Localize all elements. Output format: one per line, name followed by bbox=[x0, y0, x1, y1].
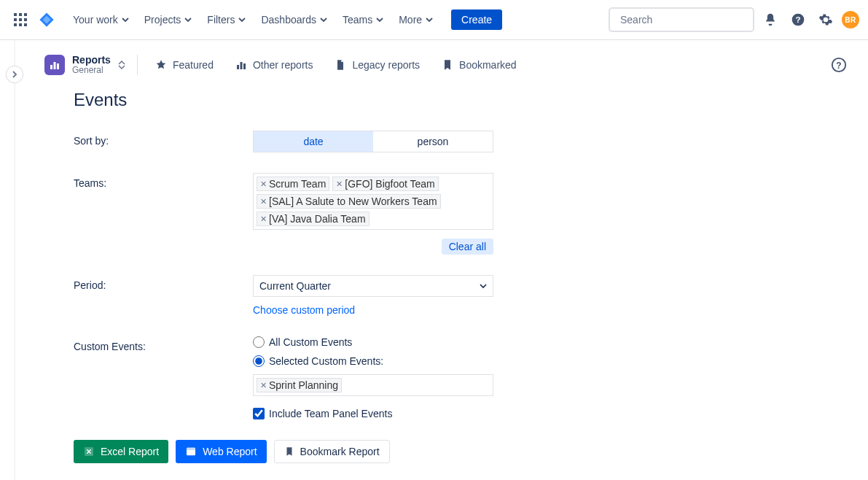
excel-report-button[interactable]: Excel Report bbox=[74, 440, 168, 463]
tag-remove-icon[interactable]: ✕ bbox=[260, 180, 267, 188]
sort-option-date[interactable]: date bbox=[254, 131, 373, 152]
svg-rect-2 bbox=[24, 13, 27, 16]
nav-filters[interactable]: Filters bbox=[201, 9, 252, 30]
label-sort-by: Sort by: bbox=[74, 131, 253, 147]
nav-projects-label: Projects bbox=[144, 14, 181, 26]
chevron-down-icon bbox=[375, 15, 384, 24]
radio-selected-custom-events-input[interactable] bbox=[253, 355, 265, 367]
bookmark-report-button[interactable]: Bookmark Report bbox=[274, 440, 390, 463]
reports-title: Reports bbox=[72, 55, 111, 66]
svg-rect-8 bbox=[24, 23, 27, 26]
tag-remove-icon[interactable]: ✕ bbox=[260, 215, 267, 223]
label-custom-events: Custom Events: bbox=[74, 336, 253, 352]
search-input[interactable] bbox=[620, 14, 748, 26]
nav-dashboards-label: Dashboards bbox=[261, 14, 316, 26]
include-team-panel-label: Include Team Panel Events bbox=[269, 408, 392, 419]
svg-rect-18 bbox=[243, 63, 246, 69]
svg-rect-17 bbox=[240, 62, 242, 69]
avatar[interactable]: BR bbox=[842, 11, 859, 28]
tab-featured[interactable]: Featured bbox=[152, 56, 216, 74]
team-tag-label: Scrum Team bbox=[269, 178, 326, 190]
tab-bookmarked-label: Bookmarked bbox=[459, 59, 517, 71]
page-title: Events bbox=[74, 90, 839, 110]
teams-tag-input[interactable]: ✕Scrum Team ✕[GFO] Bigfoot Team ✕[SAL] A… bbox=[253, 173, 493, 230]
nav-projects[interactable]: Projects bbox=[138, 9, 199, 30]
svg-rect-16 bbox=[237, 65, 239, 69]
nav-dashboards[interactable]: Dashboards bbox=[255, 9, 334, 30]
bar-chart-icon bbox=[235, 59, 247, 71]
nav-your-work[interactable]: Your work bbox=[67, 9, 136, 30]
nav-teams-label: Teams bbox=[343, 14, 372, 26]
nav-more[interactable]: More bbox=[393, 9, 439, 30]
svg-text:?: ? bbox=[795, 15, 800, 24]
page-help-icon[interactable]: ? bbox=[827, 53, 851, 77]
chevron-down-icon bbox=[121, 15, 130, 24]
app-switcher-icon[interactable] bbox=[9, 8, 32, 31]
tab-legacy-reports[interactable]: Legacy reports bbox=[332, 56, 423, 74]
team-tag-label: [SAL] A Salute to New Workers Team bbox=[269, 196, 437, 207]
svg-rect-0 bbox=[14, 13, 17, 16]
svg-rect-6 bbox=[14, 23, 17, 26]
bookmark-icon bbox=[442, 59, 453, 71]
team-tag: ✕Scrum Team bbox=[257, 177, 329, 191]
custom-events-tag-input[interactable]: ✕Sprint Planning bbox=[253, 374, 493, 396]
chevron-down-icon bbox=[480, 282, 487, 290]
svg-rect-3 bbox=[14, 18, 17, 21]
svg-rect-5 bbox=[24, 18, 27, 21]
chevron-updown-icon bbox=[118, 61, 125, 69]
bookmark-report-label: Bookmark Report bbox=[300, 446, 380, 457]
include-team-panel-checkbox-input[interactable] bbox=[253, 408, 265, 419]
tab-other-reports-label: Other reports bbox=[253, 59, 313, 71]
jira-logo-icon[interactable] bbox=[35, 8, 58, 31]
web-report-button[interactable]: Web Report bbox=[176, 440, 266, 463]
tag-remove-icon[interactable]: ✕ bbox=[260, 382, 267, 390]
web-icon bbox=[185, 446, 197, 457]
create-button[interactable]: Create bbox=[451, 9, 502, 30]
tab-other-reports[interactable]: Other reports bbox=[232, 56, 316, 74]
tag-remove-icon[interactable]: ✕ bbox=[260, 198, 267, 206]
custom-event-tag: ✕Sprint Planning bbox=[257, 378, 342, 392]
chevron-down-icon bbox=[184, 15, 192, 24]
tab-bookmarked[interactable]: Bookmarked bbox=[439, 56, 520, 74]
svg-rect-15 bbox=[57, 63, 59, 69]
chevron-down-icon bbox=[425, 15, 434, 24]
reports-subtitle: General bbox=[72, 66, 111, 75]
star-icon bbox=[155, 59, 167, 71]
radio-all-custom-events-input[interactable] bbox=[253, 336, 265, 348]
label-teams: Teams: bbox=[74, 173, 253, 189]
radio-all-custom-events[interactable]: All Custom Events bbox=[253, 336, 493, 348]
clear-all-button[interactable]: Clear all bbox=[442, 239, 493, 255]
tag-remove-icon[interactable]: ✕ bbox=[336, 180, 343, 188]
help-icon[interactable]: ? bbox=[786, 8, 810, 31]
excel-icon bbox=[83, 446, 95, 457]
nav-more-label: More bbox=[399, 14, 422, 26]
team-tag-label: [GFO] Bigfoot Team bbox=[345, 178, 434, 190]
include-team-panel-checkbox[interactable]: Include Team Panel Events bbox=[253, 408, 493, 419]
nav-filters-label: Filters bbox=[207, 14, 235, 26]
svg-rect-13 bbox=[50, 65, 52, 69]
period-select[interactable]: Current Quarter bbox=[253, 275, 493, 297]
svg-rect-14 bbox=[54, 62, 56, 69]
team-tag-label: [VA] Java Dalia Team bbox=[269, 213, 366, 225]
svg-text:?: ? bbox=[836, 61, 841, 71]
search-box[interactable] bbox=[609, 7, 754, 32]
web-report-label: Web Report bbox=[203, 446, 257, 457]
top-navigation: Your work Projects Filters Dashboards Te… bbox=[0, 0, 868, 40]
excel-report-label: Excel Report bbox=[101, 446, 159, 457]
notifications-icon[interactable] bbox=[759, 8, 782, 31]
radio-selected-custom-events-label: Selected Custom Events: bbox=[269, 355, 383, 367]
choose-custom-period-link[interactable]: Choose custom period bbox=[253, 304, 355, 316]
chevron-down-icon bbox=[319, 15, 328, 24]
nav-teams[interactable]: Teams bbox=[337, 9, 390, 30]
sort-option-person[interactable]: person bbox=[373, 131, 493, 152]
bookmark-icon bbox=[284, 446, 294, 457]
period-select-value: Current Quarter bbox=[259, 280, 331, 292]
reports-project-selector[interactable]: Reports General bbox=[44, 55, 138, 76]
radio-selected-custom-events[interactable]: Selected Custom Events: bbox=[253, 355, 493, 367]
label-period: Period: bbox=[74, 275, 253, 291]
settings-icon[interactable] bbox=[814, 8, 837, 31]
radio-all-custom-events-label: All Custom Events bbox=[269, 336, 352, 348]
svg-rect-7 bbox=[19, 23, 22, 26]
tab-legacy-reports-label: Legacy reports bbox=[352, 59, 420, 71]
team-tag: ✕[VA] Java Dalia Team bbox=[257, 212, 370, 226]
